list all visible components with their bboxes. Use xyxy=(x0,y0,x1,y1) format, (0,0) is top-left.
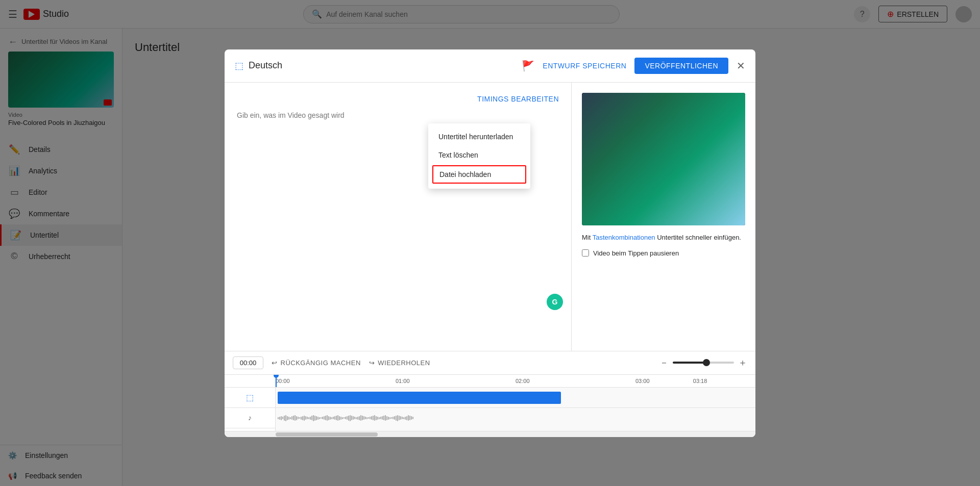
waveform-bar xyxy=(313,415,314,421)
waveform-bar xyxy=(336,416,337,420)
waveform-bar xyxy=(382,416,383,420)
timeline-controls: 00:00 ↩ RÜCKGÄNGIG MACHEN ↪ WIEDERHOLEN … xyxy=(225,351,755,375)
waveform-bar xyxy=(403,417,404,419)
waveform-bar xyxy=(396,416,397,421)
waveform-bar xyxy=(393,417,394,419)
waveform-bar xyxy=(377,417,378,420)
right-panel: ▶ ↩ ↪ 🔊 0:00 / 0:09 ⚙ Mit Tastenkombinat… xyxy=(572,83,755,351)
waveform-bar xyxy=(328,416,329,420)
waveform-bar xyxy=(397,415,398,421)
waveform-bar xyxy=(278,417,279,419)
draft-button[interactable]: ENTWURF SPEICHERN xyxy=(543,62,626,70)
undo-button[interactable]: ↩ RÜCKGÄNGIG MACHEN xyxy=(272,359,361,367)
waveform-bar xyxy=(345,417,346,419)
waveform-bar xyxy=(409,416,410,420)
waveform-bar xyxy=(314,416,315,421)
waveform-bar xyxy=(400,416,401,420)
zoom-in-button[interactable]: ＋ xyxy=(738,356,747,369)
waveform-bar xyxy=(373,416,374,420)
dropdown-item-upload[interactable]: Datei hochladen xyxy=(432,165,526,184)
subtitle-track-content xyxy=(276,388,755,408)
waveform-bar xyxy=(368,417,369,419)
subtitle-header-icon: ⬚ xyxy=(235,60,243,71)
waveform-bar xyxy=(388,417,389,420)
redo-button[interactable]: ↪ WIEDERHOLEN xyxy=(369,359,430,367)
ruler-mark-0: 00:00 xyxy=(276,378,396,384)
waveform-bar xyxy=(298,417,299,419)
waveform-bar xyxy=(366,417,368,419)
subtitle-block[interactable] xyxy=(278,392,561,404)
waveform-bar xyxy=(379,417,380,419)
waveform-bar xyxy=(354,417,355,419)
zoom-handle[interactable] xyxy=(703,359,710,366)
dropdown-menu: Untertitel herunterladen Text löschen Da… xyxy=(428,123,530,189)
waveform-bar xyxy=(386,416,387,420)
horizontal-scrollbar[interactable] xyxy=(225,431,755,437)
waveform-bar xyxy=(291,416,292,420)
waveform-bar xyxy=(325,416,326,420)
close-button[interactable]: ✕ xyxy=(737,61,745,71)
subtitle-track xyxy=(276,388,755,408)
audio-track-content xyxy=(276,408,755,431)
waveform-bar xyxy=(304,416,305,421)
timings-button[interactable]: TIMINGS BEARBEITEN xyxy=(477,95,559,103)
waveform-bar xyxy=(406,416,407,420)
keyboard-shortcuts-link[interactable]: Tastenkombinationen xyxy=(593,234,655,241)
undo-icon: ↩ xyxy=(272,359,278,367)
subtitle-modal: ⬚ Deutsch 🚩 ENTWURF SPEICHERN VERÖFFENTL… xyxy=(225,49,755,437)
waveform-bar xyxy=(279,417,280,420)
waveform-bar xyxy=(327,415,328,421)
scrollbar-thumb[interactable] xyxy=(276,432,378,437)
dropdown-item-download[interactable]: Untertitel herunterladen xyxy=(428,127,530,146)
dropdown-item-clear[interactable]: Text löschen xyxy=(428,146,530,164)
waveform-bar xyxy=(399,416,400,420)
zoom-controls: － ＋ xyxy=(659,356,747,369)
ruler-mark-2: 02:00 xyxy=(516,378,635,384)
waveform-bar xyxy=(305,416,306,420)
waveform-bar xyxy=(310,417,311,420)
timeline-area: 00:00 ↩ RÜCKGÄNGIG MACHEN ↪ WIEDERHOLEN … xyxy=(225,351,755,437)
waveform-bar xyxy=(383,416,384,420)
waveform-bar xyxy=(281,416,282,420)
modal-header: ⬚ Deutsch 🚩 ENTWURF SPEICHERN VERÖFFENTL… xyxy=(225,49,755,83)
video-thumbnail xyxy=(582,93,745,225)
zoom-slider[interactable] xyxy=(673,362,734,364)
waveform-bar xyxy=(362,416,363,420)
audio-track-icon: ♪ xyxy=(248,414,252,422)
modal-title: Deutsch xyxy=(249,60,282,71)
pause-label: Video beim Tippen pausieren xyxy=(593,249,679,257)
waveform-bar xyxy=(322,417,323,419)
audio-track-labels: ♪ xyxy=(225,408,276,431)
track-subtitle-icon: ⬚ xyxy=(246,393,254,402)
video-player: ▶ ↩ ↪ 🔊 0:00 / 0:09 ⚙ xyxy=(582,93,745,225)
waveform-bar xyxy=(357,417,358,420)
waveform-bar xyxy=(391,417,392,419)
waveform-bar xyxy=(394,416,395,420)
flag-icon[interactable]: 🚩 xyxy=(522,60,534,72)
redo-label: WIEDERHOLEN xyxy=(378,359,430,367)
waveform-bar xyxy=(308,417,309,419)
waveform-bar xyxy=(405,417,406,420)
keyboard-hint: Mit Tastenkombinationen Untertitel schne… xyxy=(582,234,745,241)
zoom-slider-fill xyxy=(673,362,706,364)
waveform-bar xyxy=(288,417,289,420)
waveform-bar xyxy=(311,416,312,420)
waveform-bar xyxy=(317,417,318,420)
pause-checkbox[interactable] xyxy=(582,249,589,257)
timeline: 00:00 01:00 02:00 03:00 03:18 ⬚ xyxy=(225,375,755,437)
redo-icon: ↪ xyxy=(369,359,375,367)
zoom-out-button[interactable]: － xyxy=(659,356,669,369)
publish-button[interactable]: VERÖFFENTLICHEN xyxy=(634,58,728,74)
waveform-bar xyxy=(340,417,341,420)
waveform-bar xyxy=(347,416,348,420)
waveform-bar xyxy=(321,417,322,419)
time-box[interactable]: 00:00 xyxy=(233,356,263,369)
waveform-bar xyxy=(370,417,371,419)
waveform-bar xyxy=(331,417,332,419)
grammarly-button[interactable]: G xyxy=(547,294,563,310)
waveform-bar xyxy=(348,416,349,421)
waveform-bar xyxy=(408,415,409,421)
waveform-bar xyxy=(301,417,302,420)
waveform-bar xyxy=(342,417,343,419)
waveform-bar xyxy=(411,416,412,420)
